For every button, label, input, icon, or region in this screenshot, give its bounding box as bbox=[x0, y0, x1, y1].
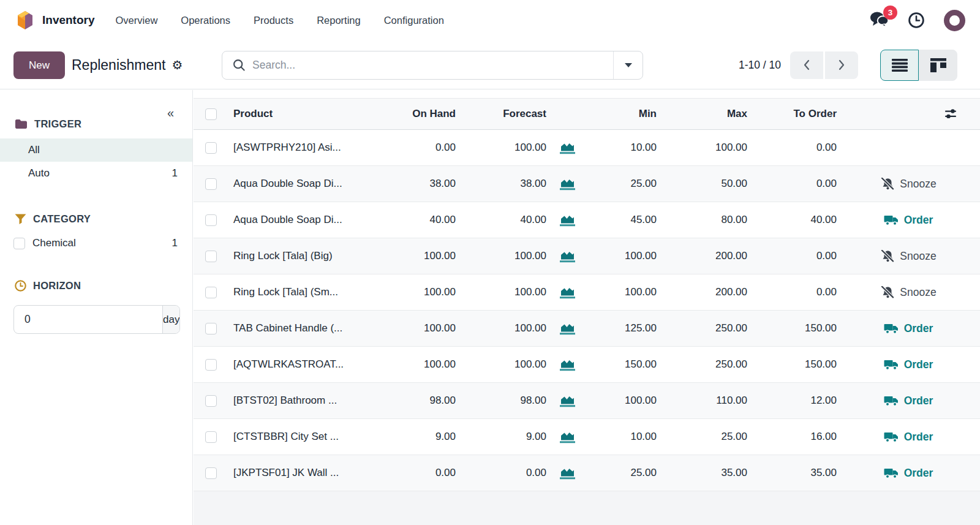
cell-to-order[interactable]: 0.00 bbox=[747, 250, 837, 262]
cell-on-hand[interactable]: 100.00 bbox=[382, 358, 456, 371]
cell-forecast[interactable]: 100.00 bbox=[456, 322, 546, 334]
forecast-report-button[interactable] bbox=[546, 142, 578, 154]
order-button[interactable]: Order bbox=[884, 322, 933, 335]
row-checkbox[interactable] bbox=[205, 178, 217, 190]
cell-on-hand[interactable]: 100.00 bbox=[382, 286, 456, 298]
cell-to-order[interactable]: 40.00 bbox=[747, 214, 837, 226]
forecast-report-button[interactable] bbox=[546, 322, 578, 335]
cell-min[interactable]: 25.00 bbox=[578, 467, 657, 479]
search-input[interactable] bbox=[252, 59, 613, 72]
cell-product[interactable]: TAB Cabinet Handle (... bbox=[228, 322, 382, 334]
cell-on-hand[interactable]: 9.00 bbox=[382, 431, 456, 443]
list-view-button[interactable] bbox=[880, 50, 919, 81]
cell-max[interactable]: 100.00 bbox=[657, 142, 747, 154]
column-header-min[interactable]: Min bbox=[578, 108, 657, 120]
cell-max[interactable]: 200.00 bbox=[657, 286, 747, 298]
cell-max[interactable]: 250.00 bbox=[657, 322, 747, 334]
column-header-on-hand[interactable]: On Hand bbox=[382, 108, 456, 120]
category-checkbox[interactable] bbox=[13, 238, 25, 249]
row-checkbox[interactable] bbox=[205, 431, 217, 443]
filter-category-chemical[interactable]: Chemical 1 bbox=[0, 232, 192, 254]
cell-forecast[interactable]: 100.00 bbox=[456, 142, 546, 154]
cell-min[interactable]: 10.00 bbox=[578, 142, 657, 154]
cell-to-order[interactable]: 0.00 bbox=[747, 142, 837, 154]
cell-max[interactable]: 50.00 bbox=[657, 178, 747, 190]
optional-columns-button[interactable] bbox=[837, 108, 980, 119]
cell-product[interactable]: [CTSTBBR] City Set ... bbox=[228, 431, 382, 443]
cell-forecast[interactable]: 98.00 bbox=[456, 395, 546, 407]
row-checkbox[interactable] bbox=[205, 287, 217, 298]
cell-forecast[interactable]: 100.00 bbox=[456, 250, 546, 262]
cell-min[interactable]: 150.00 bbox=[578, 358, 657, 371]
cell-min[interactable]: 100.00 bbox=[578, 250, 657, 262]
app-brand[interactable]: Inventory bbox=[15, 10, 95, 31]
forecast-report-button[interactable] bbox=[546, 250, 578, 263]
cell-to-order[interactable]: 16.00 bbox=[747, 431, 837, 443]
cell-product[interactable]: Aqua Double Soap Di... bbox=[228, 178, 382, 190]
cell-product[interactable]: [BTST02] Bathroom ... bbox=[228, 395, 382, 407]
cell-max[interactable]: 110.00 bbox=[657, 395, 747, 407]
menu-item-operations[interactable]: Operations bbox=[181, 15, 230, 26]
order-button[interactable]: Order bbox=[884, 467, 933, 480]
cell-product[interactable]: [ASWTPRHY210] Asi... bbox=[228, 142, 382, 154]
search-dropdown-toggle[interactable] bbox=[613, 51, 643, 79]
menu-item-products[interactable]: Products bbox=[254, 15, 293, 26]
cell-product[interactable]: Aqua Double Soap Di... bbox=[228, 214, 382, 226]
collapse-sidebar-icon[interactable]: « bbox=[167, 106, 174, 120]
cell-on-hand[interactable]: 98.00 bbox=[382, 395, 456, 407]
cell-min[interactable]: 100.00 bbox=[578, 286, 657, 298]
cell-product[interactable]: [AQTWLRKASTROAT... bbox=[228, 358, 382, 371]
column-header-forecast[interactable]: Forecast bbox=[456, 108, 546, 120]
cell-to-order[interactable]: 35.00 bbox=[747, 467, 837, 479]
menu-item-reporting[interactable]: Reporting bbox=[317, 15, 361, 26]
filter-trigger-auto[interactable]: Auto 1 bbox=[0, 162, 192, 185]
new-button[interactable]: New bbox=[13, 51, 65, 79]
activities-button[interactable] bbox=[908, 12, 925, 29]
cell-product[interactable]: Ring Lock [Tala] (Big) bbox=[228, 250, 382, 262]
order-button[interactable]: Order bbox=[884, 214, 933, 227]
cell-on-hand[interactable]: 40.00 bbox=[382, 214, 456, 226]
forecast-report-button[interactable] bbox=[546, 467, 578, 480]
snooze-button[interactable]: Snooze bbox=[880, 178, 936, 191]
pager-previous-button[interactable] bbox=[790, 51, 823, 79]
user-avatar[interactable] bbox=[944, 10, 965, 31]
row-checkbox[interactable] bbox=[205, 467, 217, 479]
cell-to-order[interactable]: 0.00 bbox=[747, 178, 837, 190]
cell-forecast[interactable]: 40.00 bbox=[456, 214, 546, 226]
row-checkbox[interactable] bbox=[205, 142, 217, 154]
cell-max[interactable]: 250.00 bbox=[657, 358, 747, 371]
row-checkbox[interactable] bbox=[205, 359, 217, 371]
row-checkbox[interactable] bbox=[205, 395, 217, 407]
row-checkbox[interactable] bbox=[205, 323, 217, 334]
cell-min[interactable]: 25.00 bbox=[578, 178, 657, 190]
forecast-report-button[interactable] bbox=[546, 358, 578, 371]
cell-forecast[interactable]: 100.00 bbox=[456, 286, 546, 298]
cell-forecast[interactable]: 38.00 bbox=[456, 178, 546, 190]
view-settings-gear-icon[interactable]: ⚙ bbox=[172, 58, 183, 72]
select-all-checkbox[interactable] bbox=[205, 108, 217, 120]
cell-min[interactable]: 100.00 bbox=[578, 395, 657, 407]
cell-to-order[interactable]: 12.00 bbox=[747, 395, 837, 407]
column-header-to-order[interactable]: To Order bbox=[747, 108, 837, 120]
cell-min[interactable]: 45.00 bbox=[578, 214, 657, 226]
cell-max[interactable]: 25.00 bbox=[657, 431, 747, 443]
row-checkbox[interactable] bbox=[205, 251, 217, 262]
cell-forecast[interactable]: 9.00 bbox=[456, 431, 546, 443]
column-header-max[interactable]: Max bbox=[657, 108, 747, 120]
cell-product[interactable]: Ring Lock [Tala] (Sm... bbox=[228, 286, 382, 298]
filter-trigger-all[interactable]: All bbox=[0, 138, 192, 162]
forecast-report-button[interactable] bbox=[546, 286, 578, 299]
horizon-days-input[interactable] bbox=[14, 306, 162, 333]
messages-button[interactable]: 3 bbox=[870, 11, 889, 30]
cell-forecast[interactable]: 100.00 bbox=[456, 358, 546, 371]
forecast-report-button[interactable] bbox=[546, 214, 578, 227]
cell-min[interactable]: 10.00 bbox=[578, 431, 657, 443]
cell-forecast[interactable]: 0.00 bbox=[456, 467, 546, 479]
forecast-report-button[interactable] bbox=[546, 431, 578, 444]
column-header-product[interactable]: Product bbox=[228, 108, 382, 120]
cell-on-hand[interactable]: 0.00 bbox=[382, 142, 456, 154]
order-button[interactable]: Order bbox=[884, 395, 933, 407]
cell-max[interactable]: 200.00 bbox=[657, 250, 747, 262]
cell-max[interactable]: 80.00 bbox=[657, 214, 747, 226]
cell-to-order[interactable]: 150.00 bbox=[747, 322, 837, 334]
